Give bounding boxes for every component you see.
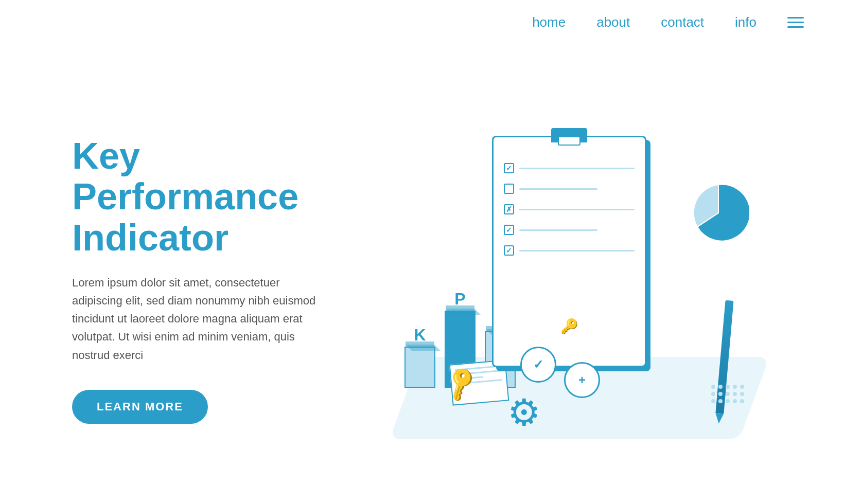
dot-2 (718, 385, 723, 389)
nav-contact[interactable]: contact (661, 14, 704, 30)
dot-3 (726, 385, 730, 389)
dot-12 (718, 399, 723, 403)
checklist-row-4 (504, 225, 635, 235)
kpi-illustration: K P I 🔑 (374, 120, 760, 455)
circle-plus-icon: + (564, 362, 600, 398)
dot-15 (740, 399, 744, 403)
dot-8 (726, 392, 730, 396)
circle-check-icon: ✓ (520, 347, 556, 383)
pie-chart (688, 182, 749, 244)
checkbox-3 (504, 204, 514, 214)
nav-about[interactable]: about (596, 14, 630, 30)
check-line-4 (519, 229, 597, 231)
check-line-2 (519, 188, 597, 190)
dot-7 (718, 392, 723, 396)
dot-5 (740, 385, 744, 389)
key-lock-icon: 🔑 (560, 318, 578, 335)
bar-block-k (404, 347, 435, 388)
clipboard-body: 🔑 (492, 136, 646, 367)
checkbox-4 (504, 225, 514, 235)
dot-13 (726, 399, 730, 403)
checklist-row-3 (504, 204, 635, 214)
hamburger-menu-icon[interactable] (787, 17, 804, 28)
nav-info[interactable]: info (735, 14, 756, 30)
main-content: Key Performance Indicator Lorem ipsum do… (0, 30, 845, 488)
gear-icon: ⚙ (507, 391, 541, 434)
check-line-1 (519, 168, 635, 169)
nav-home[interactable]: home (532, 14, 566, 30)
dot-1 (711, 385, 715, 389)
hero-description: Lorem ipsum dolor sit amet, consectetuer… (72, 274, 319, 364)
checkbox-5 (504, 245, 514, 256)
check-line-5 (519, 250, 635, 251)
dot-11 (711, 399, 715, 403)
dot-10 (740, 392, 744, 396)
checkbox-2 (504, 184, 514, 194)
hero-illustration: K P I 🔑 (340, 95, 794, 455)
dot-9 (733, 392, 737, 396)
checklist-row-2 (504, 184, 635, 194)
learn-more-button[interactable]: LEARN MORE (72, 390, 208, 424)
hero-title: Key Performance Indicator (72, 136, 340, 258)
clipboard: 🔑 (492, 136, 667, 383)
checkbox-1 (504, 163, 514, 173)
hero-left: Key Performance Indicator Lorem ipsum do… (72, 125, 340, 424)
clipboard-clip (551, 128, 587, 142)
check-line-3 (519, 209, 635, 210)
navbar: home about contact info (0, 0, 845, 30)
dot-6 (711, 392, 715, 396)
dot-4 (733, 385, 737, 389)
dots-grid (711, 385, 744, 403)
bar-k: K (404, 326, 435, 388)
checklist-row-1 (504, 163, 635, 173)
dot-14 (733, 399, 737, 403)
checklist-row-5 (504, 245, 635, 256)
